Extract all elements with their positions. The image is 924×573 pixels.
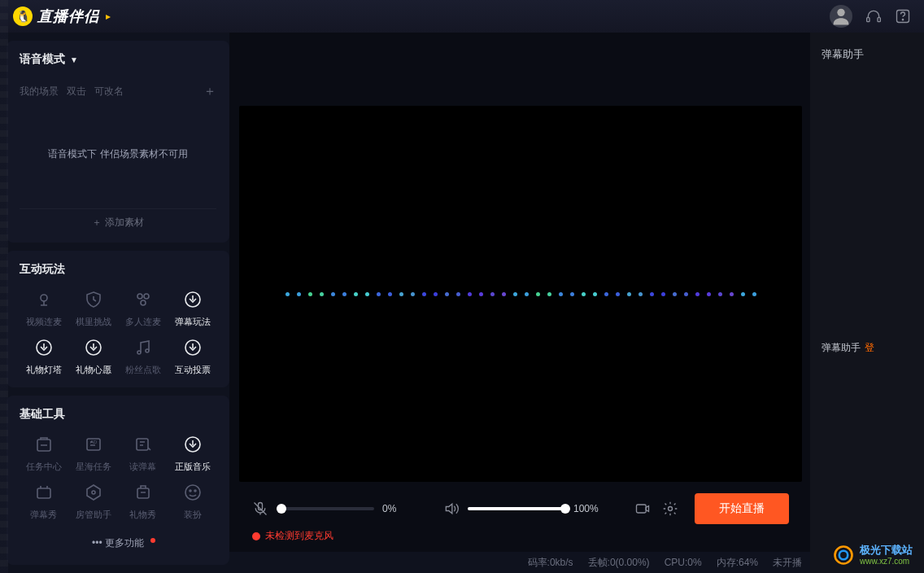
tool-icon: AD bbox=[82, 433, 105, 456]
tool-icon bbox=[181, 433, 204, 456]
mic-warning: 未检测到麦克风 bbox=[239, 529, 802, 549]
tool-icon bbox=[181, 288, 204, 311]
center-area: 0% 100% 开始直播 bbox=[229, 33, 810, 573]
tool-item-6[interactable]: 礼物秀 bbox=[119, 481, 167, 521]
svg-point-30 bbox=[839, 551, 848, 560]
more-functions-button[interactable]: ••• 更多功能 bbox=[20, 530, 216, 553]
mode-title-text: 语音模式 bbox=[20, 52, 65, 67]
tool-item-2[interactable]: 多人连麦 bbox=[119, 288, 167, 328]
edge-strip bbox=[0, 0, 8, 573]
tool-icon bbox=[33, 288, 55, 311]
tool-item-0[interactable]: 视频连麦 bbox=[20, 288, 68, 328]
tool-label: 礼物秀 bbox=[129, 509, 156, 521]
login-link[interactable]: 登 bbox=[865, 342, 874, 353]
tool-icon bbox=[82, 481, 105, 504]
svg-point-23 bbox=[185, 485, 200, 500]
svg-rect-20 bbox=[37, 488, 50, 498]
tool-label: 任务中心 bbox=[26, 461, 62, 473]
tool-icon bbox=[33, 336, 55, 359]
tool-item-0[interactable]: 任务中心 bbox=[20, 433, 68, 473]
tool-item-4[interactable]: 弹幕秀 bbox=[20, 481, 68, 521]
tool-icon bbox=[33, 481, 55, 504]
logo-text: 直播伴侣 bbox=[37, 7, 99, 26]
help-icon[interactable] bbox=[895, 8, 911, 24]
status-cpu: CPU:0% bbox=[665, 557, 702, 568]
svg-rect-22 bbox=[137, 488, 149, 498]
tool-label: 弹幕玩法 bbox=[175, 316, 211, 328]
header: 直播伴侣 ▸ bbox=[0, 0, 924, 33]
tool-icon bbox=[132, 288, 155, 311]
scene-label: 我的场景 bbox=[20, 85, 59, 98]
tool-item-5[interactable]: 房管助手 bbox=[69, 481, 117, 521]
basic-panel: 基础工具 任务中心AD星海任务读弹幕正版音乐弹幕秀房管助手礼物秀装扮 ••• 更… bbox=[7, 396, 229, 565]
tool-item-2[interactable]: 读弹幕 bbox=[119, 433, 167, 473]
svg-rect-18 bbox=[137, 439, 148, 450]
settings-icon[interactable] bbox=[662, 501, 678, 517]
tool-item-7[interactable]: 互动投票 bbox=[168, 336, 216, 376]
svg-rect-2 bbox=[878, 18, 880, 22]
svg-rect-1 bbox=[867, 18, 870, 22]
tool-icon bbox=[181, 336, 204, 359]
start-broadcast-button[interactable]: 开始直播 bbox=[695, 493, 789, 524]
tool-item-1[interactable]: 棋里挑战 bbox=[69, 288, 117, 328]
warning-dot-icon bbox=[252, 532, 260, 540]
tool-icon bbox=[132, 481, 155, 504]
tool-icon bbox=[82, 336, 105, 359]
watermark-cn: 极光下载站 bbox=[860, 545, 913, 556]
preview-canvas bbox=[239, 106, 802, 482]
tool-label: 星海任务 bbox=[76, 461, 111, 473]
add-scene-button[interactable]: ＋ bbox=[203, 83, 216, 100]
headset-icon[interactable] bbox=[865, 8, 882, 24]
mic-muted-icon[interactable] bbox=[252, 501, 268, 517]
svg-point-29 bbox=[835, 547, 852, 564]
interactive-title: 互动玩法 bbox=[20, 262, 216, 277]
tool-item-6[interactable]: 粉丝点歌 bbox=[119, 336, 167, 376]
mic-control: 0% bbox=[252, 501, 427, 517]
speaker-control: 100% bbox=[443, 501, 618, 517]
tool-item-3[interactable]: 弹幕玩法 bbox=[168, 288, 216, 328]
tool-icon bbox=[132, 433, 155, 456]
tool-label: 弹幕秀 bbox=[30, 509, 57, 521]
speaker-icon[interactable] bbox=[443, 501, 460, 517]
basic-grid: 任务中心AD星海任务读弹幕正版音乐弹幕秀房管助手礼物秀装扮 bbox=[20, 433, 216, 521]
speaker-slider[interactable] bbox=[468, 507, 565, 510]
mic-warning-text: 未检测到麦克风 bbox=[265, 529, 333, 543]
tool-item-7[interactable]: 装扮 bbox=[168, 481, 216, 521]
svg-point-21 bbox=[92, 491, 95, 494]
svg-text:AD: AD bbox=[90, 440, 98, 444]
tool-icon bbox=[82, 288, 105, 311]
tool-label: 多人连麦 bbox=[125, 316, 161, 328]
sidebar: 语音模式 ▼ 我的场景 双击 可改名 ＋ 语音模式下 伴侣场景素材不可用 ＋添加… bbox=[0, 33, 229, 573]
watermark-url: www.xz7.com bbox=[860, 557, 913, 566]
logo: 直播伴侣 ▸ bbox=[13, 7, 111, 26]
tool-label: 装扮 bbox=[184, 509, 202, 521]
svg-point-25 bbox=[194, 490, 196, 492]
scene-hint1: 双击 bbox=[67, 85, 86, 98]
svg-point-12 bbox=[137, 351, 141, 354]
watermark-logo-icon bbox=[832, 544, 855, 566]
interactive-grid: 视频连麦棋里挑战多人连麦弹幕玩法礼物灯塔礼物心愿粉丝点歌互动投票 bbox=[20, 288, 216, 376]
scene-unavailable-hint: 语音模式下 伴侣场景素材不可用 bbox=[20, 147, 216, 161]
tool-item-4[interactable]: 礼物灯塔 bbox=[20, 336, 68, 376]
tool-item-1[interactable]: AD星海任务 bbox=[69, 433, 117, 473]
tool-item-5[interactable]: 礼物心愿 bbox=[69, 336, 117, 376]
logo-icon bbox=[13, 7, 33, 26]
svg-point-6 bbox=[137, 294, 142, 299]
svg-point-0 bbox=[837, 9, 844, 16]
tool-label: 房管助手 bbox=[76, 509, 111, 521]
control-actions bbox=[634, 501, 678, 517]
tool-item-3[interactable]: 正版音乐 bbox=[168, 433, 216, 473]
svg-rect-27 bbox=[637, 505, 647, 513]
tool-label: 视频连麦 bbox=[26, 316, 62, 328]
mic-slider[interactable] bbox=[277, 507, 374, 510]
camera-icon[interactable] bbox=[634, 501, 651, 517]
tool-label: 棋里挑战 bbox=[76, 316, 111, 328]
header-actions bbox=[830, 5, 911, 28]
watermark: 极光下载站 www.xz7.com bbox=[832, 544, 913, 566]
status-memory: 内存:64% bbox=[717, 556, 758, 570]
mode-dropdown[interactable]: 语音模式 ▼ bbox=[20, 52, 216, 67]
add-material-button[interactable]: ＋添加素材 bbox=[20, 208, 216, 231]
avatar[interactable] bbox=[830, 5, 852, 28]
svg-point-28 bbox=[669, 507, 673, 511]
speaker-percent: 100% bbox=[573, 503, 603, 514]
